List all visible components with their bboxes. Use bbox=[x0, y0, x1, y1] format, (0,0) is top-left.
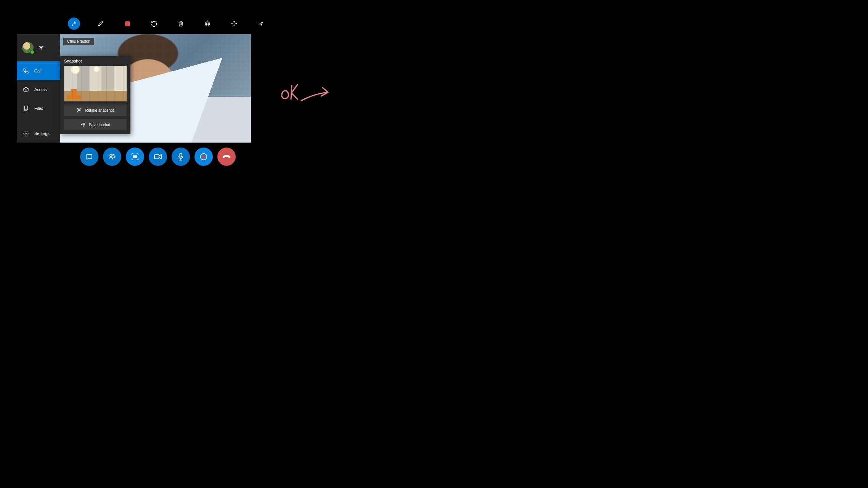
record-button[interactable] bbox=[194, 148, 213, 166]
send-icon bbox=[80, 122, 86, 127]
pen-icon bbox=[97, 20, 104, 27]
undo-button[interactable] bbox=[148, 18, 160, 30]
people-add-icon bbox=[108, 153, 116, 161]
sidebar-item-label: Call bbox=[34, 69, 42, 73]
svg-point-8 bbox=[113, 154, 114, 156]
wifi-icon bbox=[38, 45, 44, 50]
stop-icon bbox=[125, 21, 130, 26]
svg-rect-11 bbox=[154, 155, 159, 159]
mic-button[interactable] bbox=[172, 148, 190, 166]
svg-point-1 bbox=[207, 23, 209, 25]
call-controls bbox=[80, 148, 236, 166]
files-icon bbox=[23, 105, 29, 111]
hangup-icon bbox=[222, 154, 231, 160]
svg-point-2 bbox=[41, 50, 42, 50]
mic-icon bbox=[177, 152, 184, 161]
sidebar-item-settings[interactable]: Settings bbox=[17, 124, 60, 143]
sidebar-item-label: Files bbox=[34, 106, 43, 111]
arrows-in-icon bbox=[71, 21, 77, 27]
pin-button[interactable] bbox=[255, 18, 267, 30]
camera-frame-icon bbox=[131, 152, 139, 161]
profile-row bbox=[17, 34, 60, 61]
add-people-button[interactable] bbox=[103, 148, 121, 166]
record-icon bbox=[199, 152, 208, 161]
phone-icon bbox=[23, 68, 29, 74]
chat-button[interactable] bbox=[80, 148, 98, 166]
svg-point-4 bbox=[25, 133, 27, 134]
box-icon bbox=[23, 87, 29, 93]
target-icon bbox=[204, 20, 211, 27]
pin-icon bbox=[257, 20, 265, 27]
pen-button[interactable] bbox=[95, 18, 107, 30]
sidebar-item-files[interactable]: Files bbox=[17, 99, 60, 117]
save-to-chat-button[interactable]: Save to chat bbox=[64, 119, 127, 130]
gear-icon bbox=[23, 130, 29, 136]
svg-point-14 bbox=[202, 155, 205, 158]
target-button[interactable] bbox=[201, 18, 214, 30]
svg-rect-3 bbox=[25, 106, 28, 110]
fullscreen-button[interactable] bbox=[228, 18, 240, 30]
expand-icon bbox=[231, 20, 238, 27]
retake-label: Retake snapshot bbox=[85, 108, 114, 112]
presence-badge bbox=[30, 50, 34, 54]
remote-assist-window: Call Assets Files bbox=[17, 34, 251, 143]
video-area: Chris Preston Snapshot Retake snapshot S… bbox=[60, 34, 251, 143]
svg-point-0 bbox=[72, 25, 73, 26]
sidebar-item-assets[interactable]: Assets bbox=[17, 80, 60, 99]
video-button[interactable] bbox=[149, 148, 167, 166]
sidebar-item-label: Settings bbox=[34, 131, 50, 136]
delete-button[interactable] bbox=[175, 18, 187, 30]
snapshot-preview[interactable] bbox=[64, 66, 127, 101]
save-label: Save to chat bbox=[89, 123, 110, 127]
annotation-toolbar bbox=[68, 18, 267, 30]
svg-point-6 bbox=[79, 110, 80, 111]
caller-name-chip: Chris Preston bbox=[63, 38, 94, 45]
snapshot-button[interactable] bbox=[126, 148, 144, 166]
caller-name: Chris Preston bbox=[67, 39, 90, 43]
avatar[interactable] bbox=[22, 42, 34, 53]
snapshot-popover: Snapshot Retake snapshot Save to chat bbox=[60, 56, 130, 134]
collapse-button[interactable] bbox=[68, 18, 80, 30]
retake-snapshot-button[interactable]: Retake snapshot bbox=[64, 104, 127, 116]
video-icon bbox=[154, 153, 162, 160]
undo-icon bbox=[150, 20, 158, 27]
hangup-button[interactable] bbox=[217, 148, 236, 166]
sidebar-item-call[interactable]: Call bbox=[17, 61, 60, 80]
chat-icon bbox=[85, 153, 93, 161]
svg-point-7 bbox=[110, 154, 112, 156]
handwritten-annotation bbox=[278, 79, 336, 106]
svg-point-10 bbox=[134, 156, 135, 157]
snapshot-title: Snapshot bbox=[64, 56, 127, 66]
sidebar: Call Assets Files bbox=[17, 34, 60, 143]
svg-rect-12 bbox=[180, 153, 182, 157]
camera-retake-icon bbox=[77, 108, 82, 113]
stop-button[interactable] bbox=[121, 18, 133, 30]
trash-icon bbox=[177, 20, 184, 27]
sidebar-item-label: Assets bbox=[34, 87, 47, 92]
